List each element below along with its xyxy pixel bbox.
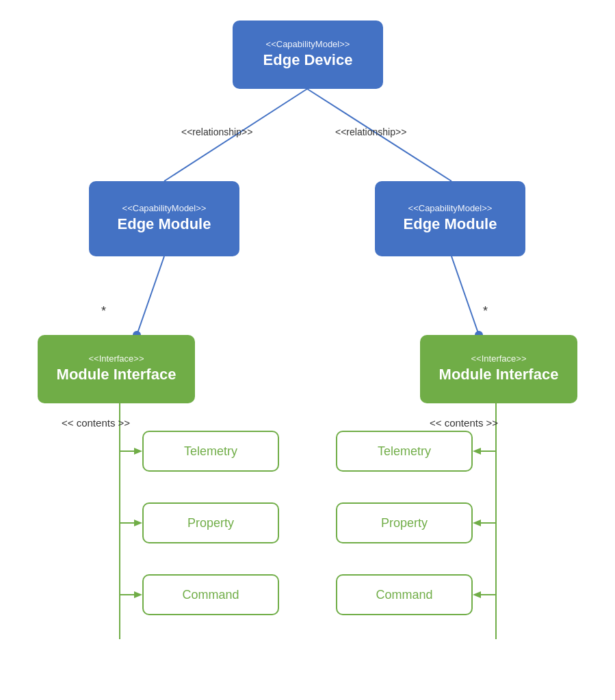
- svg-marker-17: [473, 520, 481, 526]
- edge-module-left-label: Edge Module: [118, 215, 211, 234]
- edge-module-right-label: Edge Module: [404, 215, 497, 234]
- relationship-label-left: <<relationship>>: [181, 126, 252, 137]
- right-property-box: Property: [336, 502, 473, 543]
- asterisk-left: *: [101, 304, 106, 319]
- svg-marker-10: [134, 520, 142, 526]
- right-command-box: Command: [336, 574, 473, 615]
- left-command-box: Command: [142, 574, 279, 615]
- svg-line-4: [452, 256, 479, 335]
- edge-device-box: <<CapabilityModel>> Edge Device: [233, 21, 383, 89]
- module-interface-left-stereotype: <<Interface>>: [89, 353, 144, 365]
- edge-device-label: Edge Device: [263, 51, 353, 70]
- contents-label-right: << contents >>: [430, 417, 498, 429]
- contents-label-left: << contents >>: [62, 417, 130, 429]
- edge-device-stereotype: <<CapabilityModel>>: [266, 39, 350, 51]
- edge-module-left-box: <<CapabilityModel>> Edge Module: [89, 181, 239, 256]
- right-telemetry-box: Telemetry: [336, 431, 473, 472]
- left-telemetry-box: Telemetry: [142, 431, 279, 472]
- svg-marker-12: [134, 591, 142, 598]
- module-interface-left-label: Module Interface: [57, 365, 176, 385]
- module-interface-right-stereotype: <<Interface>>: [471, 353, 527, 365]
- module-interface-left-box: <<Interface>> Module Interface: [38, 335, 195, 403]
- edge-module-right-stereotype: <<CapabilityModel>>: [408, 203, 493, 215]
- svg-marker-15: [473, 448, 481, 455]
- edge-module-right-box: <<CapabilityModel>> Edge Module: [375, 181, 525, 256]
- svg-marker-8: [134, 448, 142, 455]
- relationship-label-right: <<relationship>>: [335, 126, 406, 137]
- asterisk-right: *: [483, 304, 488, 319]
- svg-line-2: [137, 256, 164, 335]
- svg-marker-19: [473, 591, 481, 598]
- module-interface-right-box: <<Interface>> Module Interface: [420, 335, 577, 403]
- left-property-box: Property: [142, 502, 279, 543]
- edge-module-left-stereotype: <<CapabilityModel>>: [122, 203, 207, 215]
- module-interface-right-label: Module Interface: [439, 365, 559, 385]
- diagram: <<CapabilityModel>> Edge Device <<relati…: [0, 0, 615, 700]
